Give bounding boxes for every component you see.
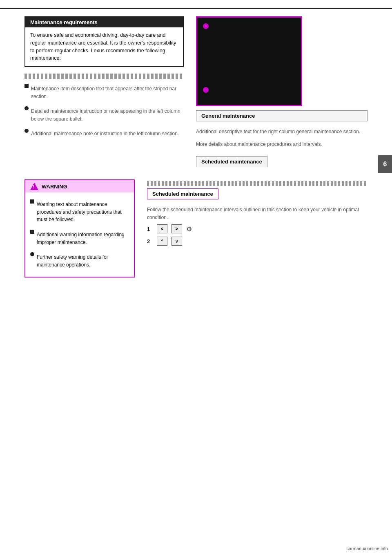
bullet-circle-row-1: Detailed maintenance instruction or note…: [24, 105, 184, 125]
right-column: General maintenance Additional descripti…: [196, 16, 368, 171]
step-1-row: 1 < > ⚙: [147, 224, 368, 233]
scheduled-maintenance-description: Follow the scheduled maintenance interva…: [147, 206, 368, 221]
gear-icon: ⚙: [186, 225, 192, 233]
warning-title-text: WARNING: [42, 184, 67, 190]
next-button[interactable]: >: [172, 224, 182, 233]
warning-title-row: WARNING: [25, 180, 134, 192]
chapter-number: 6: [383, 161, 387, 168]
step-1-number: 1: [147, 226, 153, 232]
maintenance-requirements-body: To ensure safe and economical driving, d…: [25, 27, 183, 66]
page-container: Maintenance requirements To ensure safe …: [0, 0, 392, 555]
footer-url: carmanualonline.info: [346, 546, 388, 551]
maintenance-requirements-text: To ensure safe and economical driving, d…: [30, 31, 178, 62]
content-area: Maintenance requirements To ensure safe …: [0, 16, 392, 171]
scheduled-maintenance-header-right: Scheduled maintenance: [196, 156, 267, 167]
warning-text-3: Further safety warning details for maint…: [37, 253, 129, 269]
warning-text-2: Additional warning information regarding…: [37, 231, 129, 246]
general-maintenance-text-1: Additional descriptive text for the righ…: [196, 128, 368, 136]
chapter-tab: 6: [378, 155, 392, 173]
warning-box: WARNING Warning text about maintenance p…: [24, 179, 135, 278]
footer: carmanualonline.info: [346, 546, 388, 551]
bullet-square-row-1: Maintenance item description text that a…: [24, 83, 184, 103]
square-bullet-1: [24, 84, 29, 88]
maintenance-requirements-box: Maintenance requirements To ensure safe …: [24, 16, 184, 67]
bullet-circle-row-2: Additional maintenance note or instructi…: [24, 128, 184, 140]
general-maintenance-header: General maintenance: [196, 110, 368, 121]
down-button[interactable]: v: [172, 237, 182, 246]
striped-divider-1: [24, 74, 184, 79]
warning-body: Warning text about maintenance procedure…: [25, 192, 134, 277]
right-bottom-column: Scheduled maintenance Follow the schedul…: [147, 179, 368, 278]
warning-bullet-circle-1: Further safety warning details for maint…: [30, 251, 129, 271]
bullet-circle-text-2: Additional maintenance note or instructi…: [31, 130, 179, 138]
bullet-circle-text-1: Detailed maintenance instruction or note…: [31, 107, 184, 123]
warning-circle-bullet-1: [30, 252, 34, 256]
top-rule: [0, 8, 392, 9]
bottom-section: WARNING Warning text about maintenance p…: [0, 179, 392, 278]
warning-bullet-square-2: Additional warning information regarding…: [30, 228, 129, 248]
general-maintenance-text-2: More details about maintenance procedure…: [196, 141, 368, 148]
warning-square-bullet-1: [30, 199, 34, 204]
prev-button[interactable]: <: [157, 224, 167, 233]
striped-divider-2: [147, 181, 368, 186]
up-button[interactable]: ^: [157, 237, 167, 246]
maintenance-requirements-title: Maintenance requirements: [25, 17, 183, 27]
step-2-row: 2 ^ v: [147, 237, 368, 246]
circle-bullet-2: [24, 129, 29, 133]
bullet-square-text-1: Maintenance item description text that a…: [31, 85, 184, 100]
vehicle-image-box: [196, 16, 302, 106]
image-dot-top: [203, 23, 209, 29]
circle-bullet-1: [24, 106, 29, 110]
left-column: Maintenance requirements To ensure safe …: [24, 16, 184, 171]
warning-square-bullet-2: [30, 230, 34, 234]
warning-triangle-icon: [30, 183, 38, 190]
warning-bullet-square-1: Warning text about maintenance procedure…: [30, 198, 129, 226]
step-2-number: 2: [147, 238, 153, 244]
warning-text-1: Warning text about maintenance procedure…: [37, 201, 129, 224]
image-dot-bottom: [203, 87, 209, 93]
scheduled-maintenance-section-header: Scheduled maintenance: [147, 188, 218, 199]
